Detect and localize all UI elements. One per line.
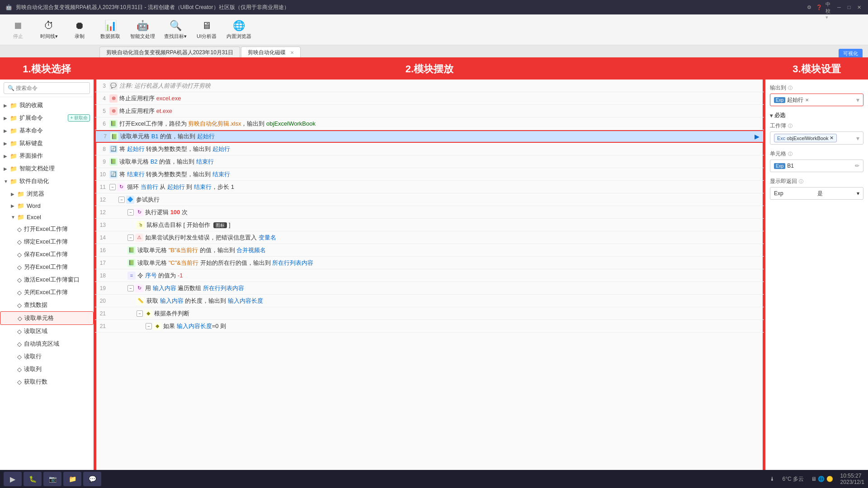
workbook-tag-close[interactable]: ✕: [830, 135, 834, 141]
toolbar: ⏹ 停止 ⏱ 时间线▾ ⏺ 录制 📊 数据抓取 🤖 智能文处理 🔍 查找目标▾ …: [0, 14, 868, 45]
data-extract-button[interactable]: 📊 数据抓取: [96, 17, 125, 42]
tree-item-bind-excel[interactable]: ◇ 绑定Excel工作簿: [0, 235, 94, 248]
tree-label: 读取单元格: [24, 314, 54, 322]
tree-item-read-col[interactable]: ◇ 读取列: [0, 363, 94, 375]
visualize-button[interactable]: 可视化: [839, 49, 863, 58]
tree-label: 我的收藏: [19, 101, 43, 109]
line-num-10: 10: [95, 171, 109, 178]
output-tag-close[interactable]: ✕: [805, 98, 809, 103]
tree-item-extensions[interactable]: ▶ 📁 扩展命令 + 获取命: [0, 112, 94, 124]
arrow-icon: ▶: [4, 154, 10, 159]
center-panel: 2.模块摆放 3 💬 注释: 运行机器人前请手动打开剪映 4 ⊗ 终止应用程序 …: [95, 59, 764, 488]
collapse-14[interactable]: −: [127, 235, 134, 241]
taskbar-screenshot-button[interactable]: 📷: [43, 472, 61, 486]
search-input[interactable]: [4, 82, 90, 94]
tree-item-save-excel[interactable]: ◇ 保存Excel工作簿: [0, 248, 94, 261]
output-dropdown-icon[interactable]: ▾: [856, 96, 859, 103]
excel-tag-icon: Exc: [777, 136, 785, 141]
diamond-icon: ◇: [18, 315, 22, 322]
return-prop-dropdown[interactable]: Exp 是 ▾: [770, 187, 863, 200]
timeline-icon: ⏱: [44, 20, 54, 32]
tabbar: 剪映自动化混合复变视频RPA机器人2023年10月31日 剪映自动化磁碟 ✕ 可…: [0, 45, 868, 59]
stop-button[interactable]: ⏹ 停止: [4, 17, 33, 42]
tree-item-autofill[interactable]: ◇ 自动填充区域: [0, 338, 94, 350]
folder-icon: 📁: [10, 127, 17, 134]
tree-item-open-excel[interactable]: ◇ 打开Excel工作簿: [0, 223, 94, 235]
collapse-12try[interactable]: −: [118, 197, 125, 203]
tree-label: 关闭Excel工作簿: [24, 288, 68, 296]
tree-item-browser[interactable]: ▶ 📁 浏览器: [0, 188, 94, 200]
tree-item-read-cell[interactable]: ◇ 读取单元格: [0, 311, 94, 325]
tree-item-mouse[interactable]: ▶ 📁 鼠标键盘: [0, 137, 94, 150]
tree-item-software[interactable]: ▼ 📁 软件自动化: [0, 175, 94, 188]
tree-item-find-data[interactable]: ◇ 查找数据: [0, 299, 94, 311]
play-row-button[interactable]: ▶: [755, 133, 760, 140]
line-num-5: 5: [95, 108, 109, 114]
collapse-21if[interactable]: −: [146, 323, 152, 329]
collapse-21cond[interactable]: −: [137, 310, 143, 317]
diamond-icon: ◇: [17, 366, 22, 373]
browser-button[interactable]: 🌐 内置浏览器: [223, 17, 255, 42]
settings-icon[interactable]: ⚙: [806, 4, 813, 11]
workbook-dropdown-icon[interactable]: ▾: [856, 135, 859, 142]
close-button[interactable]: ✕: [855, 4, 863, 11]
excel-open-icon: 📗: [109, 120, 118, 128]
find-target-button[interactable]: 🔍 查找目标▾: [160, 17, 190, 42]
folder-icon: 📁: [10, 178, 17, 185]
tab-main[interactable]: 剪映自动化混合复变视频RPA机器人2023年10月31日: [99, 47, 240, 58]
taskbar-chat-button[interactable]: 💬: [83, 472, 101, 486]
line-num-21a: 21: [95, 310, 109, 317]
tree-item-excel[interactable]: ▼ 📁 Excel: [0, 211, 94, 223]
cell-prop-label-text: 单元格: [770, 150, 786, 158]
line-num-12a: 12: [95, 197, 109, 203]
tree-label: 基本命令: [19, 127, 43, 135]
collapse-19[interactable]: −: [127, 285, 134, 291]
timeline-button[interactable]: ⏱ 时间线▾: [34, 17, 63, 42]
output-prop-field[interactable]: Exp 起始行 ✕ ▾: [770, 94, 863, 106]
tab-flow[interactable]: 剪映自动化磁碟 ✕: [241, 47, 301, 58]
browser-icon: 🌐: [233, 20, 245, 32]
ai-doc-button[interactable]: 🤖 智能文处理: [127, 17, 159, 42]
flow-text-10: 将 结束行 转换为整数类型，输出到 结束行: [119, 170, 230, 178]
folder-icon: 📁: [10, 165, 17, 172]
folder-icon: 📁: [17, 202, 24, 209]
return-dropdown-icon[interactable]: ▾: [857, 190, 859, 197]
maximize-button[interactable]: □: [845, 4, 853, 11]
flow-row-8: 8 🔄 将 起始行 转换为整数类型，输出到 起始行: [95, 143, 764, 155]
cell-prop-label: 单元格 ⓘ: [770, 150, 863, 158]
flow-text-7: 读取单元格 B1 的值，输出到 起始行: [120, 132, 215, 141]
taskbar-folder-button[interactable]: 📁: [63, 472, 81, 486]
window-controls[interactable]: ⚙ ❓ 廖中校 ▾ ─ □ ✕: [806, 4, 863, 11]
line-num-4: 4: [95, 95, 109, 102]
tree-item-get-rowcount[interactable]: ◇ 获取行数: [0, 375, 94, 388]
user-icon[interactable]: 廖中校 ▾: [826, 4, 833, 11]
tree-item-read-area[interactable]: ◇ 读取区域: [0, 325, 94, 338]
cell-edit-icon[interactable]: ✏: [855, 163, 859, 169]
tree-item-favorites[interactable]: ▶ 📁 我的收藏: [0, 99, 94, 112]
try-icon: 🔷: [126, 196, 134, 204]
section2-header: 2.模块摆放: [95, 59, 764, 80]
tree-item-read-row[interactable]: ◇ 读取行: [0, 350, 94, 363]
taskbar-play-button[interactable]: ▶: [4, 472, 22, 486]
flow-row-17: 17 📗 读取单元格 "C"&当前行 开始的所在行的值，输出到 所在行列表内容: [95, 257, 764, 269]
tree-item-basic[interactable]: ▶ 📁 基本命令: [0, 124, 94, 137]
ui-analyzer-button[interactable]: 🖥 UI分析器: [192, 17, 221, 42]
tree-item-close-excel[interactable]: ◇ 关闭Excel工作簿: [0, 286, 94, 299]
collapse-12loop[interactable]: −: [127, 209, 134, 216]
tree-item-saveas-excel[interactable]: ◇ 另存Excel工作簿: [0, 261, 94, 273]
flow-text-9: 读取单元格 B2 的值，输出到 结束行: [119, 158, 214, 166]
workbook-prop-field[interactable]: Exc objExcelWorkBook ✕ ▾: [770, 131, 863, 145]
tree-label: 激活Excel工作簿窗口: [24, 276, 80, 284]
tree-item-ui[interactable]: ▶ 📁 界面操作: [0, 150, 94, 162]
collapse-11[interactable]: −: [109, 184, 116, 190]
workbook-value: objExcelWorkBook: [787, 136, 828, 141]
tab-close-icon[interactable]: ✕: [290, 50, 294, 55]
tree-item-activate-excel[interactable]: ◇ 激活Excel工作簿窗口: [0, 273, 94, 286]
minimize-button[interactable]: ─: [835, 4, 843, 11]
cell-prop-field[interactable]: Exp B1 ✏: [770, 160, 863, 172]
help-icon[interactable]: ❓: [816, 4, 823, 11]
record-button[interactable]: ⏺ 录制: [65, 17, 94, 42]
taskbar-debug-button[interactable]: 🐛: [24, 472, 42, 486]
tree-item-word[interactable]: ▶ 📁 Word: [0, 200, 94, 211]
tree-item-ai-doc[interactable]: ▶ 📁 智能文档处理: [0, 162, 94, 175]
